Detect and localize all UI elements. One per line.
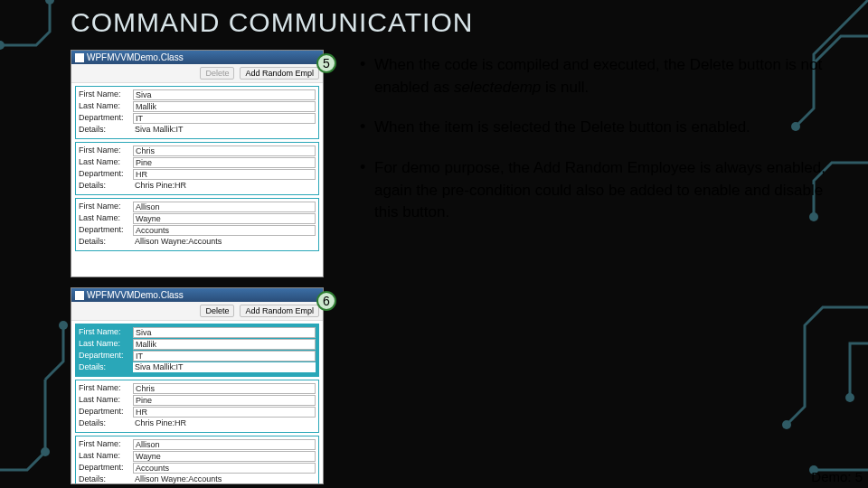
app-icon bbox=[75, 291, 84, 300]
bullet-item: When the code is compiled and executed, … bbox=[360, 54, 841, 99]
field-label: Last Name: bbox=[79, 157, 133, 168]
field-value[interactable]: Allison bbox=[133, 439, 316, 450]
field-label: Details: bbox=[79, 418, 133, 428]
add-random-button[interactable]: Add Random Empl bbox=[240, 67, 319, 80]
window-title: WPFMVVMDemo.Class bbox=[87, 52, 184, 62]
field-label: First Name: bbox=[79, 202, 133, 212]
field-value[interactable]: Allison bbox=[133, 202, 316, 212]
bullet-list: When the code is compiled and executed, … bbox=[360, 54, 841, 242]
field-value[interactable]: HR bbox=[133, 169, 316, 180]
field-value[interactable]: Accounts bbox=[133, 463, 316, 474]
window-title: WPFMVVMDemo.Class bbox=[87, 290, 184, 300]
field-value[interactable]: Siva bbox=[133, 89, 316, 100]
field-value: Allison Wayne:Accounts bbox=[133, 237, 316, 247]
window-titlebar: WPFMVVMDemo.Class bbox=[71, 51, 323, 64]
field-label: Details: bbox=[79, 181, 133, 191]
slide-footer: Demo: 5 bbox=[811, 469, 863, 484]
field-label: First Name: bbox=[79, 383, 133, 394]
field-value[interactable]: Pine bbox=[133, 157, 316, 168]
field-value[interactable]: HR bbox=[133, 407, 316, 418]
field-value[interactable]: Mallik bbox=[133, 339, 316, 350]
delete-button[interactable]: Delete bbox=[200, 305, 234, 317]
field-label: First Name: bbox=[79, 327, 133, 338]
field-label: First Name: bbox=[79, 145, 133, 156]
field-value: Siva Mallik:IT bbox=[133, 125, 316, 135]
field-label: Last Name: bbox=[79, 451, 133, 462]
bullet-item: When the item is selected the Delete but… bbox=[360, 117, 841, 139]
field-value[interactable]: Chris bbox=[133, 145, 316, 156]
callout-marker-5: 5 bbox=[316, 53, 336, 73]
bullet-item: For demo purpose, the Add Random Employe… bbox=[360, 157, 841, 224]
field-value: Allison Wayne:Accounts bbox=[133, 474, 316, 484]
field-value[interactable]: Wayne bbox=[133, 213, 316, 224]
employee-card[interactable]: First Name:ChrisLast Name:PineDepartment… bbox=[75, 380, 319, 433]
employee-card[interactable]: First Name:AllisonLast Name:WayneDepartm… bbox=[75, 198, 319, 251]
field-label: Last Name: bbox=[79, 339, 133, 350]
add-random-button[interactable]: Add Random Empl bbox=[240, 305, 319, 317]
callout-marker-6: 6 bbox=[316, 291, 336, 311]
app-window-5: WPFMVVMDemo.Class Delete Add Random Empl… bbox=[71, 50, 324, 277]
field-label: Details: bbox=[79, 362, 133, 372]
field-label: Details: bbox=[79, 237, 133, 247]
field-label: First Name: bbox=[79, 89, 133, 100]
field-label: First Name: bbox=[79, 439, 133, 450]
field-value[interactable]: IT bbox=[133, 113, 316, 124]
field-value: Siva Mallik:IT bbox=[133, 362, 316, 372]
field-label: Department: bbox=[79, 463, 133, 474]
field-label: Department: bbox=[79, 225, 133, 236]
delete-button[interactable]: Delete bbox=[200, 67, 234, 80]
field-label: Last Name: bbox=[79, 395, 133, 406]
field-value[interactable]: IT bbox=[133, 351, 316, 361]
employee-card[interactable]: First Name:SivaLast Name:MallikDepartmen… bbox=[75, 324, 319, 377]
employee-card[interactable]: First Name:ChrisLast Name:PineDepartment… bbox=[75, 142, 319, 195]
field-value[interactable]: Wayne bbox=[133, 451, 316, 462]
employee-list: First Name:SivaLast Name:MallikDepartmen… bbox=[71, 324, 323, 484]
slide-title: COMMAND COMMUNICATION bbox=[71, 7, 473, 38]
field-label: Department: bbox=[79, 113, 133, 124]
field-label: Last Name: bbox=[79, 213, 133, 224]
field-label: Details: bbox=[79, 125, 133, 135]
field-label: Last Name: bbox=[79, 101, 133, 112]
employee-list: First Name:SivaLast Name:MallikDepartmen… bbox=[71, 86, 323, 251]
window-toolbar: Delete Add Random Empl bbox=[71, 64, 323, 83]
employee-card[interactable]: First Name:SivaLast Name:MallikDepartmen… bbox=[75, 86, 319, 139]
window-toolbar: Delete Add Random Empl bbox=[71, 302, 323, 321]
field-value: Chris Pine:HR bbox=[133, 181, 316, 191]
window-titlebar: WPFMVVMDemo.Class bbox=[71, 288, 323, 302]
field-label: Department: bbox=[79, 351, 133, 361]
app-window-6: WPFMVVMDemo.Class Delete Add Random Empl… bbox=[71, 287, 324, 484]
app-icon bbox=[75, 53, 84, 62]
employee-card[interactable]: First Name:AllisonLast Name:WayneDepartm… bbox=[75, 436, 319, 484]
field-label: Details: bbox=[79, 474, 133, 484]
field-value: Chris Pine:HR bbox=[133, 418, 316, 428]
field-value[interactable]: Siva bbox=[133, 327, 316, 338]
field-value[interactable]: Chris bbox=[133, 383, 316, 394]
field-value[interactable]: Accounts bbox=[133, 225, 316, 236]
field-label: Department: bbox=[79, 169, 133, 180]
field-value[interactable]: Mallik bbox=[133, 101, 316, 112]
field-label: Department: bbox=[79, 407, 133, 418]
field-value[interactable]: Pine bbox=[133, 395, 316, 406]
